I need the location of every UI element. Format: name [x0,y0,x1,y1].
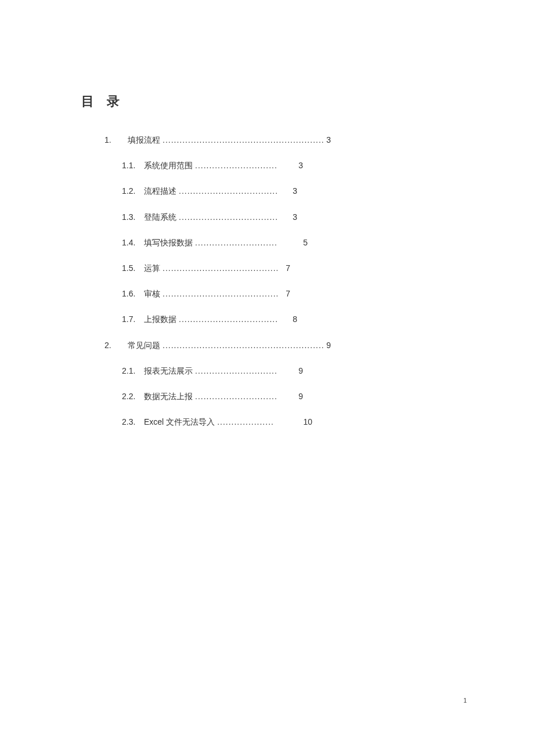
toc-leader: ........................................… [195,160,277,171]
toc-leader: ........................................… [163,135,324,145]
toc-entry-page: 3 [280,160,303,171]
toc-entry-page: 9 [326,340,331,350]
toc-leader: ........................................… [179,212,277,222]
toc-entry-page: 9 [280,391,303,401]
page-number: 1 [463,697,467,704]
toc-entry-number: 2. [104,340,121,350]
toc-entry-page: 8 [280,314,297,324]
toc-entry-number: 2.1. [122,366,139,376]
toc-entry-label: 上报数据 [144,314,176,324]
toc-entry-label: 报表无法展示 [144,366,193,376]
toc-entry-label: 数据无法上报 [144,391,193,401]
toc-entry[interactable]: 2.2.数据无法上报 .............................… [81,391,303,401]
toc-leader: ........................................… [217,417,273,427]
toc-entry-page: 3 [280,212,297,222]
toc-entry-number: 2.3. [122,417,139,427]
toc-list: 1.填报流程 .................................… [81,135,453,427]
toc-entry-label: 填写快报数据 [144,237,193,248]
toc-entry-page: 7 [280,263,290,273]
toc-entry-number: 1.7. [122,314,139,324]
toc-entry[interactable]: 2.1.报表无法展示 .............................… [81,366,303,376]
toc-leader: ........................................… [163,340,324,350]
toc-title: 目 录 [81,93,453,110]
toc-entry-number: 1.6. [122,288,139,299]
toc-leader: ........................................… [163,288,277,299]
toc-entry[interactable]: 1.7.上报数据 ...............................… [81,314,297,324]
toc-entry-number: 1.2. [122,186,139,196]
toc-entry-number: 2.2. [122,391,139,401]
toc-entry-label: 运算 [144,263,160,273]
toc-entry[interactable]: 1.5. 运算 ................................… [81,263,290,273]
toc-entry[interactable]: 2.3.Excel 文件无法导入 .......................… [81,417,312,427]
toc-entry[interactable]: 1.2.流程描述 ...............................… [81,186,297,196]
toc-entry-label: Excel 文件无法导入 [144,417,215,427]
toc-entry[interactable]: 1.4.填写快报数据 .............................… [81,237,308,248]
toc-entry-number: 1.5. [122,263,139,273]
toc-entry-label: 常见问题 [128,340,160,350]
toc-entry-number: 1.1. [122,160,139,171]
toc-entry[interactable]: 1.6. 审核 ................................… [81,288,290,299]
toc-entry-page: 9 [280,366,303,376]
document-page: 目 录 1.填报流程 .............................… [0,0,534,427]
toc-entry-page: 10 [275,417,312,427]
toc-entry[interactable]: 1.填报流程 .................................… [81,135,331,145]
toc-entry-page: 3 [326,135,331,145]
toc-entry[interactable]: 1.1.系统使用范围 .............................… [81,160,303,171]
toc-leader: ........................................… [179,186,277,196]
toc-entry-number: 1.3. [122,212,139,222]
toc-entry[interactable]: 1.3.登陆系统 ...............................… [81,212,297,222]
toc-leader: ........................................… [163,263,277,273]
toc-leader: ........................................… [195,391,277,401]
toc-leader: ........................................… [195,237,277,248]
toc-entry-page: 7 [280,288,290,299]
toc-leader: ........................................… [195,366,277,376]
toc-entry-label: 流程描述 [144,186,176,196]
toc-entry-page: 3 [280,186,297,196]
toc-entry-label: 审核 [144,288,160,299]
toc-entry-number: 1. [104,135,121,145]
toc-entry-page: 5 [280,237,308,248]
toc-entry-label: 登陆系统 [144,212,176,222]
toc-entry-label: 填报流程 [128,135,160,145]
toc-leader: ........................................… [179,314,277,324]
toc-entry-label: 系统使用范围 [144,160,193,171]
toc-entry-number: 1.4. [122,237,139,248]
toc-entry[interactable]: 2.常见问题 .................................… [81,340,331,350]
